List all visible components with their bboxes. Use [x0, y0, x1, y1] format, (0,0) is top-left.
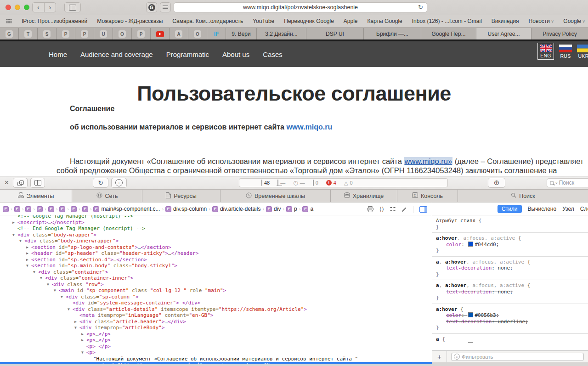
browser-tab[interactable]: P: [75, 28, 94, 40]
download-button[interactable]: ↓: [111, 178, 127, 188]
dom-tree-row[interactable]: <meta itemprop="inLanguage" content="en-…: [0, 312, 432, 319]
dom-tree-row[interactable]: ▼<div class="container-inner">: [0, 275, 432, 282]
breadcrumb-item[interactable]: Ea: [302, 206, 313, 212]
grid-view-icon[interactable]: [390, 207, 396, 212]
language-option-ukr[interactable]: UKR: [577, 45, 588, 59]
language-option-eng[interactable]: ENG: [537, 43, 554, 60]
details-sidebar-toggle-icon[interactable]: [419, 206, 427, 213]
dom-tree-row[interactable]: ▶<header id="sp-header" class="header-st…: [0, 250, 432, 257]
browser-tab[interactable]: 9. Вери: [226, 28, 257, 40]
bookmark-item[interactable]: IProc: Прог...изображений: [22, 18, 87, 24]
browser-tab[interactable]: P: [57, 28, 75, 40]
breadcrumb-item[interactable]: E: [37, 206, 43, 212]
bookmark-item[interactable]: Новости˅: [529, 18, 554, 24]
browser-tab[interactable]: Google Пер...: [421, 28, 476, 40]
dom-tree-row[interactable]: ▼<main id="sp-component" class="col-lg-1…: [0, 287, 432, 294]
css-property[interactable]: text-decoration: none;: [436, 289, 584, 295]
disclosure-open-icon[interactable]: ▼: [61, 294, 66, 300]
breadcrumb-item[interactable]: E: [14, 206, 20, 212]
breadcrumb-item[interactable]: Emain#sp-component.c...: [93, 206, 160, 212]
disclosure-closed-icon[interactable]: ▶: [26, 244, 31, 251]
reader-button[interactable]: [160, 2, 171, 12]
language-option-rus[interactable]: RUS: [559, 45, 572, 59]
bookmark-item[interactable]: Самара. Ком...олидарность: [172, 18, 243, 24]
breadcrumb-item[interactable]: E: [3, 206, 9, 212]
dom-tree-row[interactable]: <p> </p>: [0, 343, 432, 350]
inspector-tab-сеть[interactable]: Сеть: [72, 190, 142, 202]
reload-icon[interactable]: ↻: [418, 4, 423, 11]
inspector-tab-элементы[interactable]: Элементы: [0, 190, 72, 202]
disclosure-open-icon[interactable]: ▼: [19, 238, 24, 244]
bookmark-item[interactable]: YouTube: [253, 18, 274, 24]
panel-tab-слои[interactable]: Слои: [580, 206, 588, 212]
disclosure-closed-icon[interactable]: ▶: [26, 250, 31, 257]
dom-tree-row[interactable]: ▼<p>: [0, 349, 432, 356]
inspector-tab-хранилище[interactable]: Хранилище: [331, 190, 397, 202]
site-nav-link[interactable]: Cases: [263, 51, 283, 58]
address-bar[interactable]: www.miqo.digital/polzovatelskoe-soglashe…: [174, 2, 427, 12]
browser-tab[interactable]: Privacy Policy: [531, 28, 588, 40]
browser-tab[interactable]: O: [113, 28, 132, 40]
dom-tree-row[interactable]: ▶<p>…</p>: [0, 331, 432, 338]
minimize-window-button[interactable]: [15, 5, 20, 10]
browser-tab[interactable]: P: [132, 28, 151, 40]
browser-tab[interactable]: O: [188, 28, 207, 40]
browser-tab[interactable]: U: [94, 28, 113, 40]
disclosure-open-icon[interactable]: ▼: [68, 306, 73, 313]
sidebar-button[interactable]: [64, 2, 81, 12]
site-nav-link[interactable]: Home: [49, 51, 67, 58]
dom-tree-row[interactable]: ▼<div class="body-innerwrapper">: [0, 238, 432, 244]
dom-tree-row[interactable]: ▼<div itemprop="articleBody">: [0, 325, 432, 331]
dom-tree-row[interactable]: ▼<div class="container">: [0, 269, 432, 276]
element-picker-button[interactable]: ⊕: [488, 178, 505, 188]
site-nav-link[interactable]: Audience and coverage: [80, 51, 153, 58]
color-swatch[interactable]: [468, 342, 473, 343]
browser-tab[interactable]: 3.2 Дизайн...: [257, 28, 306, 40]
panel-tab-стили[interactable]: Стили: [498, 205, 522, 213]
browser-tab[interactable]: IF: [207, 28, 226, 40]
dom-tree-row[interactable]: ▶<p>…</p>: [0, 337, 432, 343]
dom-tree-row[interactable]: ▶<noscript>…</noscript>: [0, 220, 432, 226]
back-button[interactable]: ‹: [33, 3, 44, 12]
dom-tree-row[interactable]: <!-- End Google Tag Manager (noscript) -…: [0, 225, 432, 232]
breadcrumb-item[interactable]: Ediv.article-details: [212, 206, 260, 212]
breadcrumb-item[interactable]: Ep: [286, 206, 297, 212]
disclosure-closed-icon[interactable]: ▶: [81, 337, 86, 343]
disclosure-closed-icon[interactable]: ▶: [81, 331, 86, 338]
bookmark-item[interactable]: Карты Google: [368, 18, 402, 24]
dom-tree-row[interactable]: <!-- Google Tag Manager (noscript) -->: [0, 215, 432, 220]
extension-button[interactable]: G: [146, 2, 157, 12]
breadcrumb-item[interactable]: Ediv: [266, 206, 281, 212]
panel-tab-узел[interactable]: Узел: [562, 206, 574, 212]
css-rule[interactable]: a, a:hover, a:focus, a:active {text-deco…: [432, 280, 588, 304]
disclosure-open-icon[interactable]: ▼: [81, 349, 86, 356]
browser-tab[interactable]: A: [170, 28, 188, 40]
css-rule[interactable]: a:hover, a:focus, a:active {color: #044c…: [432, 233, 588, 257]
breadcrumb-item[interactable]: Ediv.sp-column: [165, 206, 207, 212]
dom-tree-row[interactable]: ▼<div class="row">: [0, 282, 432, 288]
inspector-search-field[interactable]: ˅ Поиск: [547, 178, 588, 187]
color-swatch[interactable]: [468, 242, 473, 247]
print-icon[interactable]: [367, 206, 373, 212]
forward-button[interactable]: ›: [45, 3, 56, 12]
disclosure-open-icon[interactable]: ▼: [74, 325, 79, 331]
edit-pencil-icon[interactable]: [401, 207, 407, 212]
breadcrumb-item[interactable]: E: [71, 206, 77, 212]
css-rule[interactable]: a, a:hover, a:focus, a:active {text-deco…: [432, 257, 588, 281]
dom-tree-row[interactable]: ▼<div class="article-details" itemscope …: [0, 306, 432, 313]
dom-tree-row[interactable]: ▼<section id="sp-main-body" class="body-…: [0, 263, 432, 269]
disclosure-closed-icon[interactable]: ▶: [12, 220, 17, 226]
browser-tab[interactable]: DSP UI: [306, 28, 364, 40]
color-swatch[interactable]: [468, 312, 473, 317]
close-window-button[interactable]: [6, 5, 11, 10]
browser-tab[interactable]: S: [38, 28, 57, 40]
css-property[interactable]: color: #044cd0;: [436, 242, 584, 248]
miqo-link[interactable]: www.miqo.ru: [286, 123, 332, 131]
breadcrumb-item[interactable]: E: [82, 206, 88, 212]
disclosure-open-icon[interactable]: ▼: [54, 287, 59, 294]
disclosure-closed-icon[interactable]: ▶: [26, 257, 31, 263]
bookmark-item[interactable]: Apple: [344, 18, 358, 24]
code-brackets-icon[interactable]: ⟨⟩: [379, 206, 384, 213]
bookmark-item[interactable]: Переводчик Google: [284, 18, 334, 24]
dom-tree-row[interactable]: "Настоящий документ «Соглашение об испол…: [0, 356, 432, 362]
